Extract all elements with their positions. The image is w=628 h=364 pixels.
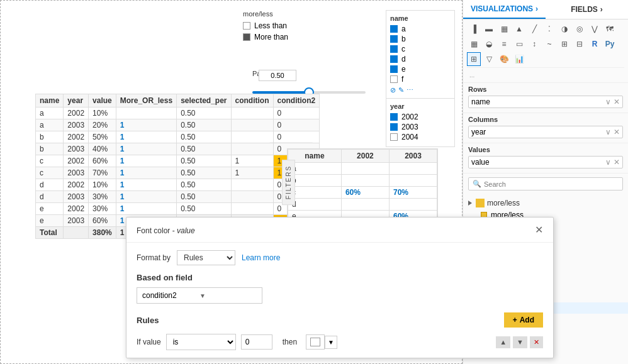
table-row: c 2003 70% 1 0.50 1 1 [36,167,320,179]
viz-waterfall[interactable]: ↕ [527,37,541,51]
based-on-label: Based on field [137,273,543,282]
viz-table[interactable]: ⊞ [558,37,571,51]
viz-more-label: ... [467,70,624,80]
viz-card[interactable]: ▭ [512,37,526,51]
tri-more-less [468,201,472,206]
color-swatch [310,338,320,346]
viz-area[interactable]: ▲ [512,22,526,36]
color-picker-group: ▼ [306,334,337,350]
learn-more-link[interactable]: Learn more [242,253,280,262]
format-by-select[interactable]: Rules Gradient Field value [177,250,235,265]
legend-box-black [243,33,250,41]
name-filter-f[interactable]: f [390,75,451,84]
values-label: Values [468,146,623,153]
name-filter-d[interactable]: d [390,55,451,63]
viz-format[interactable]: 🎨 [497,52,511,66]
condition-select[interactable]: is is greater than is less than [166,334,236,350]
values-chevron: ∨ [605,158,611,167]
values-value-field[interactable]: value ∨ ✕ [468,156,623,168]
color-dropdown-arrow[interactable]: ▼ [325,336,337,349]
tab-fields[interactable]: FIELDS › [546,0,628,19]
viz-separator: ... [467,67,624,80]
rules-row: Rules + Add [137,312,543,328]
viz-stack[interactable]: ▦ [497,22,511,36]
name-filter-edit[interactable]: ✎ [398,86,404,94]
viz-funnel[interactable]: ⋁ [588,22,602,36]
pivot-row: b [288,175,437,187]
dropdown-arrow-icon: ▼ [199,292,257,299]
rows-name-field[interactable]: name ∨ ✕ [468,96,623,108]
viz-scatter[interactable]: ⁚ [542,22,556,36]
pivot-row: c60%70% [288,187,437,199]
rules-label: Rules [137,316,504,325]
group-more-less-label: more/less [487,199,520,207]
viz-bar2[interactable]: ▬ [482,22,496,36]
columns-x[interactable]: ✕ [614,128,620,136]
field-group-more-less[interactable]: more/less [463,197,628,209]
dialog-close-button[interactable]: ✕ [535,224,543,236]
year-filter-2003[interactable]: 2003 [390,123,451,131]
name-check-a [390,25,398,33]
threshold-input[interactable] [241,334,272,350]
viz-donut[interactable]: ◎ [573,22,586,36]
dialog-title-italic: value [177,226,195,235]
legend-box-white [243,22,250,30]
name-filter: name a b c d e f ⊘ ✎ ⋯ [386,10,455,99]
search-input[interactable] [484,180,619,188]
name-filter-b[interactable]: b [390,35,451,43]
viz-r[interactable]: R [588,37,602,51]
dialog-title: Font color - value [137,224,195,236]
tab-visualizations[interactable]: VISUALIZATIONS › [463,0,546,19]
viz-kpi[interactable]: ≡ [497,37,511,51]
name-filter-a[interactable]: a [390,25,451,33]
viz-ribbon[interactable]: ~ [542,37,556,51]
name-filter-c[interactable]: c [390,45,451,53]
viz-filter-icon[interactable]: ▽ [482,52,496,66]
year-filter-title: year [390,102,451,110]
table-row: c 2002 60% 1 0.50 1 1 [36,155,320,167]
tab-visualizations-label: VISUALIZATIONS [471,4,533,13]
add-label: Add [520,316,534,324]
based-on-dropdown[interactable]: condition2 ▼ [137,287,262,304]
columns-year-field[interactable]: year ∨ ✕ [468,126,623,138]
color-box[interactable] [306,334,325,350]
rows-chevron: ∨ [605,97,611,106]
viz-gauge[interactable]: ◒ [482,37,496,51]
format-by-label: Format by [137,253,171,262]
fields-chevron: › [600,5,603,14]
search-box[interactable]: 🔍 [468,177,623,190]
table-row: a 2002 10% 0.50 0 [36,108,320,119]
values-x[interactable]: ✕ [614,158,620,167]
legend-less-than-label: Less than [254,21,287,30]
year-check-2003 [390,123,398,131]
name-filter-e[interactable]: e [390,65,451,74]
viz-treemap[interactable]: ▦ [467,37,481,51]
name-check-e [390,65,398,73]
viz-matrix[interactable]: ⊟ [573,37,586,51]
search-icon: 🔍 [473,180,481,188]
viz-line[interactable]: ╱ [527,22,541,36]
viz-bar[interactable]: ▐ [467,22,481,36]
name-filter-icon[interactable]: ⊘ [390,86,396,94]
year-filter: year 2002 2003 2004 [386,98,455,147]
dialog-body: Format by Rules Gradient Field value Lea… [126,243,553,358]
columns-chevron: ∨ [605,128,611,136]
rule-up-button[interactable]: ▲ [496,336,510,348]
if-value-label: If value [137,338,161,346]
viz-pie[interactable]: ◑ [558,22,571,36]
viz-map[interactable]: 🗺 [603,22,617,36]
year-filter-2002[interactable]: 2002 [390,113,451,121]
pivot-col-name: name [288,150,342,163]
year-filter-2004[interactable]: 2004 [390,133,451,141]
tab-fields-label: FIELDS [571,5,598,14]
add-button[interactable]: + Add [504,312,543,328]
rows-x[interactable]: ✕ [614,97,620,106]
rule-down-button[interactable]: ▼ [513,336,527,348]
rule-delete-button[interactable]: ✕ [530,336,543,348]
viz-table-active[interactable]: ⊞ [467,52,481,66]
name-filter-more[interactable]: ⋯ [407,86,413,94]
viz-analytics[interactable]: 📊 [512,52,526,66]
viz-py[interactable]: Py [603,37,617,51]
pivot-row: a [288,163,437,175]
parameter-value-input[interactable]: 0.50 [259,70,296,81]
